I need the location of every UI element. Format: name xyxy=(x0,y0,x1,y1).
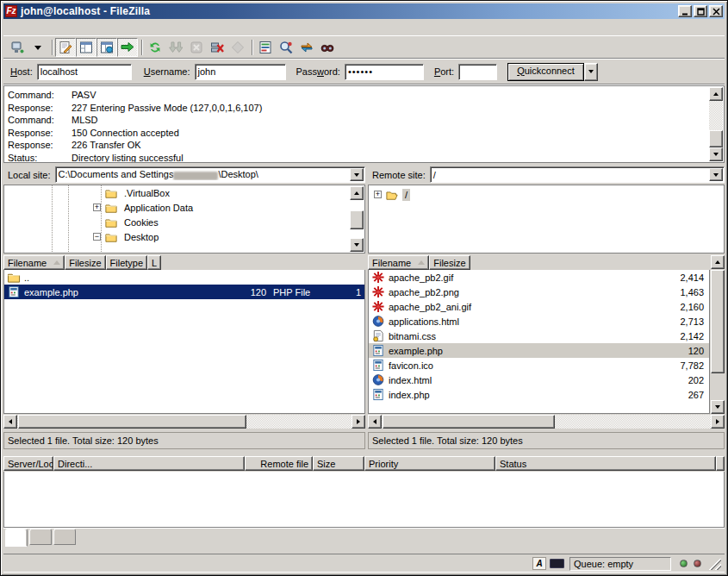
toolbar-button[interactable] xyxy=(49,38,54,57)
toolbar-button[interactable] xyxy=(207,38,227,57)
scroll-left-icon[interactable] xyxy=(368,415,382,429)
resize-grip[interactable] xyxy=(709,558,721,570)
menu-item[interactable] xyxy=(62,26,76,29)
tree-expander[interactable]: + xyxy=(93,203,101,211)
toolbar-button[interactable] xyxy=(317,38,338,57)
toolbar-button[interactable] xyxy=(145,38,165,57)
column-header[interactable]: Status xyxy=(495,456,716,471)
file-row[interactable]: apache_pb2_ani.gif 2,160 xyxy=(369,299,709,314)
log-scrollbar[interactable] xyxy=(709,87,723,161)
tree-item[interactable]: + / xyxy=(374,187,722,202)
column-header[interactable]: Directi... xyxy=(53,456,245,471)
toolbar-button[interactable] xyxy=(255,38,276,57)
scroll-down-icon[interactable] xyxy=(350,238,364,252)
menu-item[interactable] xyxy=(21,26,34,29)
scroll-down-icon[interactable] xyxy=(711,400,725,414)
tree-item[interactable]: Cookies xyxy=(93,215,350,229)
scroll-thumb[interactable] xyxy=(709,130,723,147)
remote-vscrollbar[interactable] xyxy=(711,255,725,414)
quickconnect-dropdown[interactable] xyxy=(584,63,598,81)
scroll-up-icon[interactable] xyxy=(711,255,725,269)
local-site-combo[interactable]: C:\Documents and Settings\Desktop\ xyxy=(55,166,365,183)
column-header[interactable]: Size xyxy=(313,456,364,471)
toolbar-button[interactable] xyxy=(76,38,96,57)
scroll-up-icon[interactable] xyxy=(709,87,723,101)
remote-site-combo[interactable]: / xyxy=(430,166,725,183)
toolbar-button[interactable] xyxy=(28,38,48,57)
titlebar[interactable]: Fz john@localhost - FileZilla xyxy=(3,3,725,19)
scroll-thumb[interactable] xyxy=(350,210,364,229)
toolbar-button[interactable] xyxy=(249,38,254,57)
menu-item[interactable] xyxy=(48,26,62,29)
scroll-right-icon[interactable] xyxy=(352,415,365,429)
scroll-thumb[interactable] xyxy=(711,270,725,373)
menu-item[interactable] xyxy=(76,26,90,29)
toolbar-button[interactable] xyxy=(227,38,248,57)
minimize-button[interactable] xyxy=(678,5,692,17)
file-row[interactable]: bitnami.css 2,142 xyxy=(369,329,709,343)
column-header[interactable]: Filename xyxy=(368,255,429,270)
local-hscrollbar[interactable] xyxy=(3,415,365,429)
tree-item[interactable]: + Application Data xyxy=(93,200,350,215)
column-header[interactable]: Filesize xyxy=(65,255,105,270)
file-row[interactable]: apache_pb2.gif 2,414 xyxy=(369,270,709,285)
toolbar-button[interactable] xyxy=(276,38,296,57)
column-header[interactable]: Filename xyxy=(3,255,65,270)
scroll-thumb[interactable] xyxy=(383,415,555,429)
remote-hscrollbar[interactable] xyxy=(368,415,725,429)
menu-item[interactable] xyxy=(90,26,103,29)
speed-limit-icon[interactable] xyxy=(550,559,564,568)
tree-item[interactable]: − Desktop xyxy=(93,229,350,244)
scroll-up-icon[interactable] xyxy=(350,186,364,200)
file-row[interactable]: example.php 120 xyxy=(369,343,709,358)
toolbar-icon xyxy=(100,41,114,54)
file-row[interactable]: index.html 202 xyxy=(369,373,709,387)
port-input[interactable] xyxy=(458,64,497,80)
host-input[interactable]: localhost xyxy=(37,64,132,80)
file-row[interactable]: example.php 120 PHP File 1 xyxy=(4,285,364,299)
toolbar-button[interactable] xyxy=(296,38,317,57)
close-button[interactable] xyxy=(709,5,723,17)
column-header[interactable]: Remote file xyxy=(245,456,313,471)
scroll-left-icon[interactable] xyxy=(3,415,17,429)
column-header[interactable]: Server/Local file xyxy=(3,456,53,471)
tree-expander[interactable]: + xyxy=(374,191,382,198)
queue-body[interactable] xyxy=(3,472,725,528)
tree-item[interactable]: .VirtualBox xyxy=(93,185,350,200)
file-row[interactable]: favicon.ico 7,782 xyxy=(369,358,709,373)
maximize-button[interactable] xyxy=(694,5,707,17)
chevron-down-icon[interactable] xyxy=(709,168,723,181)
activity-led-receive xyxy=(680,560,688,567)
chevron-down-icon[interactable] xyxy=(350,168,364,181)
toolbar-button[interactable] xyxy=(117,38,138,57)
password-input[interactable]: •••••• xyxy=(345,64,424,80)
transfer-type-ascii-icon[interactable]: A xyxy=(532,557,546,570)
scroll-down-icon[interactable] xyxy=(709,147,723,161)
quickconnect-button[interactable]: Quickconnect xyxy=(507,63,584,81)
column-header[interactable] xyxy=(716,456,725,471)
toolbar-button[interactable] xyxy=(96,38,117,57)
toolbar-button[interactable] xyxy=(55,38,76,57)
toolbar-button[interactable] xyxy=(186,38,207,57)
scroll-right-icon[interactable] xyxy=(711,415,725,429)
column-header[interactable]: Filesize xyxy=(429,255,470,270)
column-header[interactable]: Filetype xyxy=(106,255,148,270)
file-row[interactable]: .. xyxy=(4,270,364,285)
column-header[interactable]: L xyxy=(147,255,161,270)
column-header[interactable]: Priority xyxy=(364,456,495,471)
queue-tab[interactable] xyxy=(5,529,28,547)
file-row[interactable]: apache_pb2.png 1,463 xyxy=(369,285,709,299)
toolbar-button[interactable] xyxy=(7,38,28,57)
toolbar-button[interactable] xyxy=(139,38,144,57)
menu-item[interactable] xyxy=(7,26,21,29)
username-input[interactable]: john xyxy=(195,64,286,80)
file-row[interactable]: index.php 267 xyxy=(369,387,709,402)
menu-item[interactable] xyxy=(34,26,48,29)
file-row[interactable]: applications.html 2,713 xyxy=(369,314,709,329)
scroll-thumb[interactable] xyxy=(18,415,246,429)
tree-expander[interactable]: − xyxy=(93,233,101,241)
queue-tab[interactable] xyxy=(29,529,52,545)
toolbar-button[interactable] xyxy=(165,38,186,57)
queue-tab[interactable] xyxy=(53,529,76,545)
local-tree-scrollbar[interactable] xyxy=(350,186,364,252)
